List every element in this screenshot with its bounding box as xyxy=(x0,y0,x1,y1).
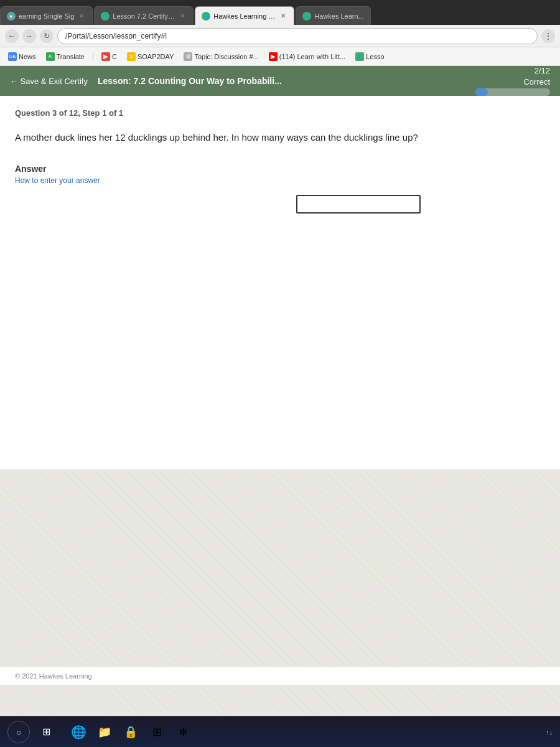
tab-favicon-1: e xyxy=(7,12,16,21)
bookmark-translate[interactable]: A Translate xyxy=(43,51,88,62)
taskbar-app-grid[interactable]: ⊞ xyxy=(146,721,168,743)
tab-label-3: Hawkes Learning | Portal xyxy=(213,12,276,20)
taskbar-app-edge[interactable]: 🌐 xyxy=(67,721,90,743)
save-exit-label: ← Save & Exit Certify xyxy=(10,77,88,86)
search-icon: ○ xyxy=(16,727,21,737)
answer-label: Answer xyxy=(15,164,545,174)
save-exit-button[interactable]: ← Save & Exit Certify xyxy=(10,77,88,86)
bookmark-label-yt: (114) Learn with Litt... xyxy=(279,53,345,60)
tab-close-3[interactable]: ✕ xyxy=(279,12,287,21)
address-bar-row: ← → ↻ /Portal/Lesson/lesson_certify#! ⋮ xyxy=(0,25,560,47)
search-icon-taskbar: ⊞ xyxy=(42,726,50,738)
tab-favicon-4: 🌐 xyxy=(302,12,311,21)
progress-bar-container xyxy=(475,88,550,96)
bookmark-favicon-lesson: 🌐 xyxy=(355,52,364,61)
files-icon: 📁 xyxy=(98,725,111,739)
address-text: /Portal/Lesson/lesson_certify#! xyxy=(65,32,167,40)
lesson-header: ← Save & Exit Certify Lesson: 7.2 Counti… xyxy=(0,66,560,96)
address-bar[interactable]: /Portal/Lesson/lesson_certify#! xyxy=(57,28,538,44)
tab-3[interactable]: 🌐 Hawkes Learning | Portal ✕ xyxy=(195,6,294,25)
bookmark-favicon-soap: S xyxy=(127,52,136,61)
tab-label-1: earning Single Sig xyxy=(19,12,74,20)
taskbar-time: ↑↓ xyxy=(546,728,553,736)
bookmark-lesson[interactable]: 🌐 Lesso xyxy=(352,51,387,62)
tab-2[interactable]: 🌐 Lesson 7.2 Certify Mode Qu ✕ xyxy=(94,6,194,25)
bookmark-news[interactable]: GE News xyxy=(5,51,39,62)
bookmark-favicon-news: GE xyxy=(8,52,17,61)
bookmark-label-c: C xyxy=(112,53,117,60)
bookmark-favicon-topic: ⚙ xyxy=(184,52,192,61)
bookmark-label-soap: SOAP2DAY xyxy=(138,53,174,60)
tab-close-2[interactable]: ✕ xyxy=(178,12,187,21)
taskbar-right: ↑↓ xyxy=(546,728,553,736)
main-content: ← Save & Exit Certify Lesson: 7.2 Counti… xyxy=(0,66,560,716)
start-button[interactable]: ○ xyxy=(7,721,30,743)
answer-input[interactable] xyxy=(296,195,421,214)
taskbar-app-files[interactable]: 📁 xyxy=(93,721,116,743)
bookmark-topic[interactable]: ⚙ Topic: Discussion #... xyxy=(180,51,261,62)
tab-label-2: Lesson 7.2 Certify Mode Qu xyxy=(113,12,175,20)
reload-button[interactable]: ↻ xyxy=(40,29,54,43)
how-to-enter-link[interactable]: How to enter your answer xyxy=(15,176,545,185)
progress-label: Correct xyxy=(523,77,550,87)
bookmark-label-translate: Translate xyxy=(57,53,85,60)
answer-section: Answer How to enter your answer xyxy=(15,164,545,214)
back-button[interactable]: ← xyxy=(5,29,19,43)
taskbar-app-dropbox[interactable]: ❄ xyxy=(172,721,194,743)
tab-close-1[interactable]: ✕ xyxy=(77,12,86,21)
footer: © 2021 Hawkes Learning xyxy=(0,667,560,685)
question-area: Question 3 of 12, Step 1 of 1 A mother d… xyxy=(0,96,560,469)
bookmark-favicon-translate: A xyxy=(46,52,55,61)
bookmark-c[interactable]: ▶ C xyxy=(98,51,120,62)
question-meta: Question 3 of 12, Step 1 of 1 xyxy=(15,108,545,118)
tab-1[interactable]: e earning Single Sig ✕ xyxy=(0,6,93,25)
progress-bar-fill xyxy=(475,88,488,96)
progress-area: 2/12 Correct xyxy=(475,66,550,96)
bookmark-youtube[interactable]: ▶ (114) Learn with Litt... xyxy=(266,51,348,62)
bookmark-label-topic: Topic: Discussion #... xyxy=(194,53,258,60)
tab-label-4: Hawkes Learn... xyxy=(314,12,363,20)
browser-chrome: e earning Single Sig ✕ 🌐 Lesson 7.2 Cert… xyxy=(0,0,560,66)
progress-fraction: 2/12 xyxy=(534,66,550,75)
bookmark-label-news: News xyxy=(19,53,36,60)
tab-bar: e earning Single Sig ✕ 🌐 Lesson 7.2 Cert… xyxy=(0,0,560,25)
bookmark-favicon-c: ▶ xyxy=(101,52,110,61)
dropbox-icon: ❄ xyxy=(179,725,188,739)
tab-favicon-3: 🌐 xyxy=(202,12,210,21)
taskbar-search-btn[interactable]: ⊞ xyxy=(35,721,57,743)
tab-favicon-2: 🌐 xyxy=(101,12,110,21)
bookmarks-bar: GE News A Translate ▶ C S SOAP2DAY ⚙ Top… xyxy=(0,47,560,66)
taskbar: ○ ⊞ 🌐 📁 🔒 ⊞ ❄ ↑↓ xyxy=(0,716,560,747)
question-text: A mother duck lines her 12 ducklings up … xyxy=(15,130,545,145)
edge-icon: 🌐 xyxy=(71,725,86,740)
bookmark-label-lesson: Lesso xyxy=(366,53,384,60)
copyright-text: © 2021 Hawkes Learning xyxy=(15,672,92,680)
mail-icon: 🔒 xyxy=(124,725,138,739)
taskbar-app-mail[interactable]: 🔒 xyxy=(119,721,142,743)
bookmark-soap2day[interactable]: S SOAP2DAY xyxy=(124,51,177,62)
forward-button[interactable]: → xyxy=(22,29,36,43)
grid-icon: ⊞ xyxy=(152,725,162,739)
tab-4[interactable]: 🌐 Hawkes Learn... xyxy=(296,6,370,25)
lesson-title-header: Lesson: 7.2 Counting Our Way to Probabil… xyxy=(98,76,282,86)
bookmark-favicon-yt: ▶ xyxy=(269,52,278,61)
extensions-button[interactable]: ⋮ xyxy=(541,29,555,43)
taskbar-apps: 🌐 📁 🔒 ⊞ ❄ xyxy=(67,721,194,743)
